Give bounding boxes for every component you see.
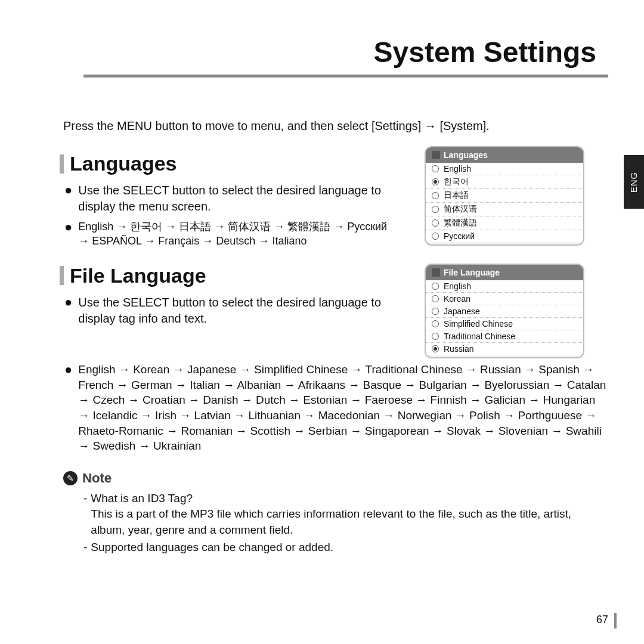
note-question: What is an ID3 Tag? (91, 492, 193, 504)
radio-icon (432, 192, 439, 199)
bullet-text: Use the SELECT button to select the desi… (78, 182, 400, 215)
radio-icon (432, 283, 439, 290)
device-option-label: Japanese (444, 306, 480, 316)
device-option-label: 한국어 (444, 177, 469, 187)
note-heading: ✎ Note (63, 470, 608, 486)
device-option-row[interactable]: English (426, 163, 583, 175)
heading-bar-icon (60, 154, 64, 174)
device-option-label: Simplified Chinese (444, 319, 513, 329)
page-number-bar-icon (614, 613, 617, 628)
language-tab-label: ENG (629, 171, 639, 193)
device-panel-languages: Languages English한국어日本語简体汉语繁體漢語Русский (425, 146, 584, 246)
device-option-label: Traditional Chinese (444, 332, 515, 341)
manual-page: System Settings ENG Press the MENU butto… (0, 0, 644, 644)
right-column: Languages English한국어日本語简体汉语繁體漢語Русский F… (411, 146, 584, 358)
note-text: Supported languages can be changed or ad… (91, 540, 333, 556)
device-panel-header: File Language (426, 265, 583, 280)
section-heading-file-language: File Language (60, 264, 400, 287)
device-option-row[interactable]: English (426, 280, 583, 293)
bullet-text: English → Korean → Japanese → Simplified… (78, 362, 608, 454)
device-option-label: English (444, 281, 471, 291)
device-option-row[interactable]: Russian (426, 343, 583, 355)
radio-icon (432, 233, 439, 240)
device-option-label: English (444, 164, 471, 174)
radio-icon (432, 178, 439, 185)
section-title: Languages (70, 152, 177, 175)
pencil-icon: ✎ (63, 471, 78, 485)
device-option-row[interactable]: 简体汉语 (426, 203, 583, 216)
radio-icon (432, 219, 439, 227)
radio-icon (432, 295, 439, 302)
note-item: -What is an ID3 Tag?This is a part of th… (83, 491, 608, 538)
title-rule (83, 75, 608, 78)
note-answer: This is a part of the MP3 file which car… (91, 507, 571, 536)
device-option-row[interactable]: Русский (426, 230, 583, 242)
device-panel-title: Languages (444, 150, 488, 160)
file-language-bullets-top: ●Use the SELECT button to select the des… (64, 295, 400, 327)
device-option-row[interactable]: 한국어 (426, 175, 583, 189)
radio-icon (432, 308, 439, 315)
device-option-label: 简体汉语 (444, 204, 477, 215)
device-option-row[interactable]: 繁體漢語 (426, 216, 583, 230)
page-number: 67 (596, 614, 608, 626)
device-panel-file-language: File Language EnglishKoreanJapaneseSimpl… (425, 264, 584, 358)
radio-icon (432, 345, 439, 352)
device-panel-title: File Language (444, 268, 500, 277)
device-option-label: Russian (444, 344, 474, 354)
note-item: -Supported languages can be changed or a… (83, 540, 608, 556)
language-tab-eng: ENG (624, 155, 644, 209)
device-option-label: 繁體漢語 (444, 218, 477, 228)
device-panel-header: Languages (426, 147, 583, 163)
languages-bullets: ●Use the SELECT button to select the des… (64, 182, 400, 249)
device-option-label: Русский (444, 231, 475, 241)
bullet-text: English → 한국어 → 日本語 → 简体汉语 → 繁體漢語 → Русс… (78, 219, 400, 249)
radio-icon (432, 320, 439, 327)
section-heading-languages: Languages (60, 152, 400, 175)
left-column: Languages ●Use the SELECT button to sele… (60, 146, 400, 358)
dash-icon: - (83, 491, 87, 538)
bullet-text: Use the SELECT button to select the desi… (78, 295, 400, 327)
full-width-row: ●English → Korean → Japanese → Simplifie… (60, 362, 608, 454)
intro-text: Press the MENU button to move to menu, a… (63, 119, 608, 133)
device-option-label: 日本語 (444, 190, 469, 201)
radio-icon (432, 165, 439, 172)
radio-icon (432, 333, 439, 340)
device-option-row[interactable]: Japanese (426, 305, 583, 318)
device-option-row[interactable]: Traditional Chinese (426, 330, 583, 343)
two-column-layout: Languages ●Use the SELECT button to sele… (60, 146, 608, 358)
device-option-row[interactable]: Korean (426, 293, 583, 305)
dash-icon: - (83, 540, 87, 556)
note-title: Note (82, 470, 112, 486)
list-icon (432, 151, 440, 159)
bullet-dot-icon: ● (64, 362, 72, 454)
note-list: -What is an ID3 Tag?This is a part of th… (83, 491, 608, 555)
bullet-dot-icon: ● (64, 295, 72, 327)
file-language-bullets-full: ●English → Korean → Japanese → Simplifie… (64, 362, 608, 454)
section-title: File Language (70, 264, 206, 287)
device-option-row[interactable]: 日本語 (426, 189, 583, 203)
bullet-dot-icon: ● (64, 219, 72, 249)
heading-bar-icon (60, 266, 64, 285)
radio-icon (432, 206, 439, 213)
device-option-label: Korean (444, 294, 470, 304)
device-option-row[interactable]: Simplified Chinese (426, 318, 583, 330)
list-icon (432, 268, 440, 277)
bullet-dot-icon: ● (64, 182, 72, 215)
page-title: System Settings (60, 36, 608, 69)
